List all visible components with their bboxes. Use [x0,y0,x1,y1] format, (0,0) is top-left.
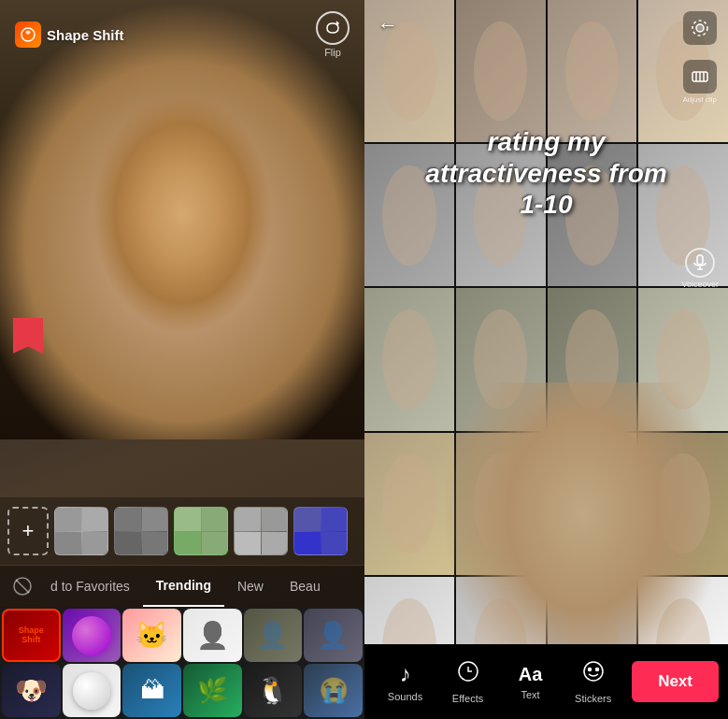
flip-icon [316,11,350,45]
effects-button[interactable]: Effects [436,659,499,704]
tab-beauty[interactable]: Beau [277,566,334,607]
voiceover-container: Voiceover [681,248,719,289]
effect-balloon[interactable] [63,609,121,662]
stickers-icon [581,659,606,689]
clip-thumb-2[interactable] [114,507,168,555]
camera-switch-button[interactable] [683,11,717,45]
effect-person1[interactable]: 👤 [244,609,303,662]
next-button[interactable]: Next [632,661,719,702]
adjust-clip-container: Adjust clip [683,60,717,104]
sounds-label: Sounds [388,691,422,702]
clip-thumb-3[interactable] [174,507,228,555]
effect-face-emoji[interactable]: 🐶 [2,664,61,717]
video-text-overlay: rating myattractiveness from 1-10 [416,126,678,221]
clip-thumb-5[interactable] [293,507,348,555]
effects-grid: ShapeShift 🐱 👤 👤 👤 🐶 [0,607,364,719]
no-favorites-icon [7,571,37,601]
mosaic-cell [548,0,637,142]
overlay-text-content: rating myattractiveness from 1-10 [416,126,678,221]
svg-line-2 [16,580,29,593]
duck-emoji: 🐧 [256,675,289,706]
svg-point-3 [696,24,704,32]
effect-nature[interactable]: 🌿 [183,664,242,717]
stickers-label: Stickers [575,693,611,704]
effect-ghost[interactable]: 👤 [183,609,242,662]
thumbnails-strip: + [0,497,364,565]
camera-view: Shape Shift Flip + [0,0,364,719]
effect-person3[interactable]: 😭 [304,664,363,717]
filter-tabs: d to Favorites Trending New Beau [0,566,364,607]
effect-person2[interactable]: 👤 [304,609,363,662]
camera-header: Shape Shift Flip [0,0,364,69]
flip-button[interactable]: Flip [316,11,350,58]
svg-point-14 [588,669,591,671]
bookmark-icon [13,318,43,353]
svg-point-13 [584,662,603,681]
clip-thumb-4[interactable] [234,507,288,555]
svg-point-15 [595,669,598,671]
camera-switch-container [683,11,717,45]
effect-duck[interactable]: 🐧 [244,664,303,717]
text-button[interactable]: Aa Text [499,664,562,700]
voiceover-label: Voiceover [681,280,719,289]
sounds-icon: ♪ [400,661,411,687]
left-panel: Shape Shift Flip + [0,0,364,719]
effects-label: Effects [452,693,483,704]
effect-balloon2[interactable] [63,664,121,717]
effects-icon [456,659,480,689]
adjust-clip-button[interactable] [683,60,717,93]
flip-label: Flip [324,47,341,58]
big-face-overlay [364,382,728,644]
bottom-toolbar: ♪ Sounds Effects Aa Text [364,644,728,719]
bookmark-button[interactable] [13,318,43,353]
voiceover-button[interactable] [685,248,715,278]
effect-cute-face[interactable]: 🐱 [122,609,181,662]
text-label: Text [521,689,539,700]
text-icon: Aa [519,664,543,685]
face-detail [51,93,313,393]
right-panel: ← Adjust clip rating [364,0,728,719]
sounds-button[interactable]: ♪ Sounds [374,661,436,702]
app-icon [15,22,41,48]
add-clip-button[interactable]: + [7,507,49,555]
tab-add-to-favorites[interactable]: d to Favorites [37,566,143,607]
back-button[interactable]: ← [378,13,398,37]
adjust-clip-label: Adjust clip [683,95,717,104]
cute-face-emoji: 🐱 [136,620,168,651]
app-name-label: Shape Shift [47,27,124,43]
back-icon: ← [378,13,398,36]
ghost-emoji: 👤 [196,620,229,651]
stickers-button[interactable]: Stickers [562,659,624,704]
balloon-icon [72,616,111,655]
face-emoji: 🐶 [15,675,48,706]
svg-rect-9 [697,255,703,265]
tab-trending[interactable]: Trending [143,566,224,607]
balloon2-icon [73,672,110,710]
clip-thumb-1[interactable] [54,507,108,555]
tab-new[interactable]: New [224,566,277,607]
effect-shape-shift[interactable]: ShapeShift [2,609,61,662]
app-logo: Shape Shift [15,22,124,48]
effect-download[interactable]: 🏔 [122,664,181,717]
mosaic-cell [456,0,546,142]
right-side-icons: Adjust clip [683,11,717,104]
